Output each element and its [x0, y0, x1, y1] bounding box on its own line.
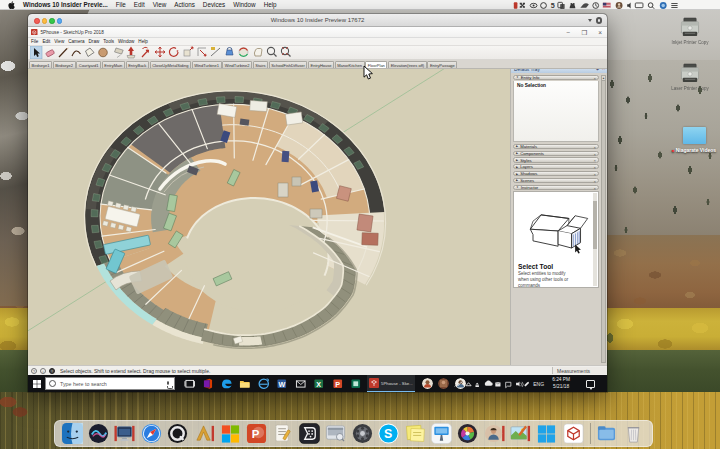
menubar-item-actions[interactable]: Actions	[174, 1, 195, 8]
dock-keynote-icon[interactable]	[431, 423, 452, 444]
restore-button[interactable]: ❐	[581, 29, 587, 37]
menubar-app-name[interactable]: Windows 10 Insider Previe...	[23, 1, 108, 8]
taskbar-system-tray-icons[interactable]	[453, 379, 529, 389]
taskbar-excel-icon[interactable]: X	[310, 375, 329, 392]
dock-screenshot-app-icon[interactable]	[325, 423, 346, 444]
scene-tab-windturbine1[interactable]: WindTurbine1	[192, 61, 222, 68]
sketchup-menu-edit[interactable]: Edit	[42, 39, 50, 44]
taskbar-clock[interactable]: 6:24 PM 5/21/18	[552, 377, 570, 389]
scene-tab-closeupmetalsiding[interactable]: CloseUpMetalSiding	[150, 61, 191, 68]
sketchup-canvas-area[interactable]	[28, 69, 510, 365]
tray-section-scenes[interactable]: ▶Scenes×	[513, 178, 599, 183]
taskbar-active-sketchup[interactable]: 5Phouse - Ske...	[367, 375, 415, 392]
section-detach-icon[interactable]: ×	[594, 152, 596, 157]
tray-scrollbar[interactable]: ▲	[601, 75, 606, 364]
scroll-up-icon[interactable]: ▲	[602, 76, 605, 81]
section-detach-icon[interactable]: ×	[594, 76, 596, 81]
scene-tab-windturbine2[interactable]: WindTurbine2	[222, 61, 252, 68]
tray-section-materials[interactable]: ▶Materials×	[513, 144, 599, 149]
dock-photo-booth-icon[interactable]	[457, 423, 478, 444]
action-center-icon[interactable]	[586, 380, 595, 388]
sketchup-menu-file[interactable]: File	[31, 39, 38, 44]
dock-trash-icon[interactable]	[623, 423, 644, 444]
desktop-printer-icon-2[interactable]: Laser Printer Copy	[660, 63, 720, 91]
dock-skype-icon[interactable]: S	[378, 423, 399, 444]
tray-section-shadows[interactable]: ▶Shadows×	[513, 171, 599, 176]
taskbar-edge-icon[interactable]	[217, 375, 236, 392]
dock-display-app-icon[interactable]	[114, 423, 135, 444]
section-detach-icon[interactable]: ×	[594, 158, 596, 163]
sketchup-titlebar[interactable]: 5Phouse - SketchUp Pro 2018 − ❐ ×	[28, 27, 607, 38]
dock-ms-windows-icon[interactable]	[220, 423, 241, 444]
taskbar-publisher-icon[interactable]	[347, 375, 366, 392]
sketchup-canvas[interactable]	[28, 69, 510, 365]
menubar-item-window[interactable]: Window	[233, 1, 255, 8]
sketchup-menu-draw[interactable]: Draw	[89, 39, 100, 44]
scene-tab-stairs[interactable]: Stairs	[253, 61, 268, 68]
vm-settings-gear-icon[interactable]	[596, 17, 603, 24]
scene-tab-birdseye2[interactable]: Birdseye2	[53, 61, 76, 68]
instructor-scrollbar[interactable]	[593, 193, 597, 286]
tray-section-instructor[interactable]: ▼Instructor×	[513, 185, 599, 190]
dock-sketchup-icon[interactable]	[563, 423, 584, 444]
menubar-item-devices[interactable]: Devices	[203, 1, 225, 8]
dock-keypad-app-icon[interactable]	[299, 423, 320, 444]
microphone-icon[interactable]	[167, 381, 169, 386]
sketchup-menu-window[interactable]: Window	[118, 39, 134, 44]
dock-finder-icon[interactable]	[62, 423, 83, 444]
menubar-item-edit[interactable]: Edit	[134, 1, 145, 8]
scene-tab-schoolfishdiffuser[interactable]: SchoolFishDiffuser	[269, 61, 308, 68]
taskbar-ie-icon[interactable]	[254, 375, 273, 392]
sketchup-menu-tools[interactable]: Tools	[103, 39, 114, 44]
help-circle-icon[interactable]: ?	[31, 368, 37, 374]
dock-system-preferences-icon[interactable]	[352, 423, 373, 444]
sketchup-menu-camera[interactable]: Camera	[68, 39, 84, 44]
section-detach-icon[interactable]: ×	[594, 165, 596, 170]
vm-titlebar[interactable]: Windows 10 Insider Preview 17672	[28, 14, 607, 27]
apple-menu-icon[interactable]	[8, 1, 15, 9]
section-detach-icon[interactable]: ×	[594, 172, 596, 177]
scene-tab-birdseye1[interactable]: Birdseye1	[29, 61, 52, 68]
taskbar-word-icon[interactable]: W	[273, 375, 292, 392]
taskbar-contact-avatar-2[interactable]	[438, 378, 449, 389]
scrollbar-thumb[interactable]	[593, 201, 597, 249]
dock-safari-icon[interactable]	[141, 423, 162, 444]
tray-section-entity-info[interactable]: ▼Entity Info×	[513, 75, 599, 80]
minimize-button[interactable]: −	[567, 29, 571, 36]
measurements-box[interactable]: Measurements	[552, 367, 607, 374]
section-detach-icon[interactable]: ×	[594, 145, 596, 150]
scene-tab-manorkitchen[interactable]: ManorKitchen	[335, 61, 365, 68]
dock-notes-pencil-icon[interactable]	[273, 423, 294, 444]
close-button[interactable]: ×	[598, 29, 602, 36]
taskbar-explorer-icon[interactable]	[236, 375, 255, 392]
tray-section-components[interactable]: ▶Components×	[513, 151, 599, 156]
menubar-status-icons[interactable]: 5	[505, 1, 717, 10]
dock-photos-landscape-icon[interactable]	[510, 423, 531, 444]
info-circle-icon[interactable]: i	[40, 368, 46, 374]
tray-close-icon[interactable]: ×	[602, 69, 605, 71]
taskbar-ppt-icon[interactable]: P	[328, 375, 347, 392]
menubar-item-view[interactable]: View	[153, 1, 167, 8]
geolocate-icon[interactable]: ☿	[49, 368, 55, 374]
dock-windows-logo-icon[interactable]	[536, 423, 557, 444]
dock-quicktime-icon[interactable]	[167, 423, 188, 444]
menubar-item-help[interactable]: Help	[264, 1, 277, 8]
dock-contact-avatar-icon[interactable]	[484, 423, 505, 444]
vm-menu-caret-icon[interactable]	[588, 19, 592, 22]
start-button[interactable]	[28, 375, 45, 392]
dock-stickies-icon[interactable]	[405, 423, 426, 444]
sketchup-toolbar-icons[interactable]	[30, 46, 302, 59]
scene-tab-entrypassage[interactable]: EntryPassage	[427, 61, 457, 68]
section-detach-icon[interactable]: ×	[594, 186, 596, 191]
scene-tab-entryback[interactable]: EntryBack	[126, 61, 149, 68]
dock-powerpoint-icon[interactable]: P	[246, 423, 267, 444]
desktop-video-file-icon[interactable]: ■ Niagarate Videos	[664, 127, 720, 153]
scene-tab-courtyard1[interactable]: Courtyard1	[76, 61, 101, 68]
sketchup-menu-help[interactable]: Help	[138, 39, 147, 44]
taskbar-contact-avatar-1[interactable]	[422, 378, 433, 389]
menubar-item-file[interactable]: File	[116, 1, 126, 8]
language-indicator[interactable]: ENG	[533, 381, 544, 387]
tray-section-styles[interactable]: ▶Styles×	[513, 157, 599, 162]
taskbar-taskview-icon[interactable]	[180, 375, 199, 392]
desktop-printer-icon-1[interactable]: Inkjet Printer Copy	[660, 17, 720, 45]
